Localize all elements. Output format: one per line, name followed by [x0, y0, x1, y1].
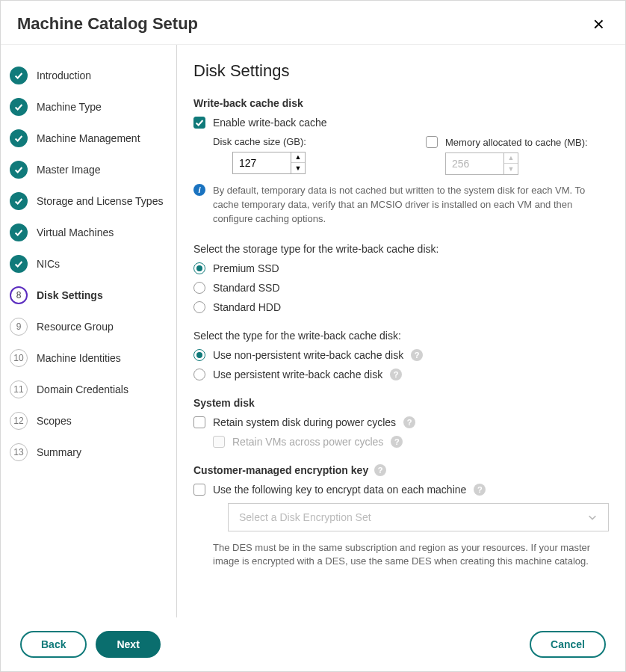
persist-type-prompt: Select the type for the write-back cache… [193, 330, 609, 342]
storage-type-option: Premium SSD [193, 262, 609, 274]
step-label: Domain Credentials [37, 383, 128, 395]
step-number-badge: 12 [10, 412, 28, 430]
step-label: Machine Type [37, 101, 102, 113]
writeback-info-text: By default, temporary data is not cached… [213, 184, 609, 226]
wizard-step-11[interactable]: 11Domain Credentials [1, 374, 176, 405]
cancel-button[interactable]: Cancel [530, 631, 606, 658]
step-label: Summary [37, 446, 81, 458]
chevron-up-icon: ▲ [295, 153, 302, 161]
help-icon[interactable]: ? [390, 369, 402, 380]
disk-cache-down-button[interactable]: ▼ [291, 163, 305, 173]
memory-allocated-input-group: ▲ ▼ [445, 152, 609, 175]
wizard-step-12[interactable]: 12Scopes [1, 405, 176, 437]
step-label: Scopes [37, 415, 72, 427]
disk-cache-size-stepper: ▲ ▼ [291, 152, 306, 174]
step-label: Machine Management [37, 132, 140, 144]
wizard-step-3[interactable]: Machine Management [1, 123, 176, 154]
disk-cache-size-input[interactable] [232, 152, 291, 174]
memory-allocated-label: Memory allocated to cache (MB): [445, 137, 588, 148]
help-icon[interactable]: ? [391, 436, 403, 448]
step-label: Resource Group [37, 321, 114, 333]
persist-type-radio-group: Use non-persistent write-back cache disk… [193, 349, 609, 380]
writeback-info-note: i By default, temporary data is not cach… [193, 184, 609, 226]
step-number-badge: 9 [10, 318, 28, 336]
step-label: Introduction [37, 70, 91, 81]
enable-writeback-row: Enable write-back cache [193, 117, 609, 129]
footer-left-buttons: Back Next [20, 631, 161, 658]
help-icon[interactable]: ? [374, 464, 386, 476]
disk-cache-up-button[interactable]: ▲ [291, 152, 305, 163]
step-number-badge: 8 [10, 286, 28, 304]
dialog-body: IntroductionMachine TypeMachine Manageme… [1, 44, 625, 617]
check-icon [10, 98, 28, 116]
check-icon [10, 224, 28, 241]
dialog-header: Machine Catalog Setup × [1, 1, 625, 44]
wizard-step-2[interactable]: Machine Type [1, 91, 176, 123]
check-icon [194, 117, 205, 128]
systemdisk-section-title: System disk [193, 397, 609, 409]
wizard-step-9[interactable]: 9Resource Group [1, 311, 176, 342]
retain-vms-row: Retain VMs across power cycles ? [213, 436, 609, 448]
cme-section: Customer-managed encryption key ? Use th… [193, 464, 609, 570]
des-select-placeholder: Select a Disk Encryption Set [239, 511, 371, 523]
persist-type-label: Use persistent write-back cache disk [213, 369, 382, 380]
check-icon [10, 129, 28, 147]
page-title: Disk Settings [193, 61, 609, 81]
memory-up-button: ▲ [504, 153, 518, 164]
enable-writeback-checkbox[interactable] [193, 117, 205, 129]
wizard-step-10[interactable]: 10Machine Identities [1, 342, 176, 374]
persist-type-radio[interactable] [193, 369, 205, 380]
wizard-step-13[interactable]: 13Summary [1, 437, 176, 468]
memory-allocated-checkbox[interactable] [426, 136, 438, 148]
back-button[interactable]: Back [20, 631, 87, 658]
dialog-title: Machine Catalog Setup [17, 14, 198, 34]
step-label: Machine Identities [37, 352, 121, 364]
wizard-step-4[interactable]: Master Image [1, 154, 176, 185]
storage-type-radio[interactable] [193, 282, 205, 294]
next-button[interactable]: Next [96, 631, 160, 658]
step-label: Virtual Machines [37, 226, 114, 238]
disk-cache-col: Disk cache size (GB): ▲ ▼ [213, 136, 396, 175]
step-label: Storage and License Types [37, 195, 163, 207]
use-key-checkbox[interactable] [193, 484, 205, 496]
persist-type-radio[interactable] [193, 349, 205, 361]
storage-type-radio[interactable] [193, 262, 205, 274]
check-icon [10, 255, 28, 273]
help-icon[interactable]: ? [411, 349, 423, 361]
memory-down-button: ▼ [504, 164, 518, 174]
wizard-step-7[interactable]: NICs [1, 248, 176, 280]
persist-type-label: Use non-persistent write-back cache disk [213, 349, 403, 361]
cache-size-row: Disk cache size (GB): ▲ ▼ Memory [213, 136, 609, 175]
chevron-up-icon: ▲ [508, 154, 515, 161]
writeback-section: Write-back cache disk Enable write-back … [193, 97, 609, 380]
persist-type-option: Use non-persistent write-back cache disk… [193, 349, 609, 361]
storage-type-label: Premium SSD [213, 262, 279, 274]
close-icon: × [593, 13, 604, 35]
storage-type-radio[interactable] [193, 301, 205, 313]
use-key-row: Use the following key to encrypt data on… [193, 484, 609, 496]
wizard-step-6[interactable]: Virtual Machines [1, 217, 176, 248]
retain-system-disk-checkbox[interactable] [193, 416, 205, 428]
close-button[interactable]: × [589, 14, 609, 34]
step-number-badge: 10 [10, 349, 28, 367]
memory-allocated-input [445, 152, 503, 175]
des-select: Select a Disk Encryption Set [228, 503, 609, 531]
machine-catalog-setup-dialog: Machine Catalog Setup × IntroductionMach… [0, 0, 626, 672]
wizard-step-8[interactable]: 8Disk Settings [1, 280, 176, 311]
retain-vms-checkbox [213, 436, 225, 448]
storage-type-option: Standard HDD [193, 301, 609, 313]
wizard-step-5[interactable]: Storage and License Types [1, 185, 176, 217]
disk-cache-size-input-group: ▲ ▼ [232, 152, 396, 174]
help-icon[interactable]: ? [403, 416, 415, 428]
wizard-steps-sidebar: IntroductionMachine TypeMachine Manageme… [1, 45, 177, 617]
storage-type-prompt: Select the storage type for the write-ba… [193, 243, 609, 255]
memory-allocated-stepper: ▲ ▼ [503, 152, 518, 175]
step-label: Master Image [37, 164, 101, 176]
dialog-footer: Back Next Cancel [1, 617, 625, 671]
enable-writeback-label: Enable write-back cache [213, 117, 327, 129]
cme-section-title: Customer-managed encryption key [193, 464, 368, 476]
disk-cache-size-label: Disk cache size (GB): [213, 136, 396, 147]
wizard-step-1[interactable]: Introduction [1, 60, 176, 91]
help-icon[interactable]: ? [474, 484, 486, 496]
persist-type-option: Use persistent write-back cache disk? [193, 369, 609, 380]
